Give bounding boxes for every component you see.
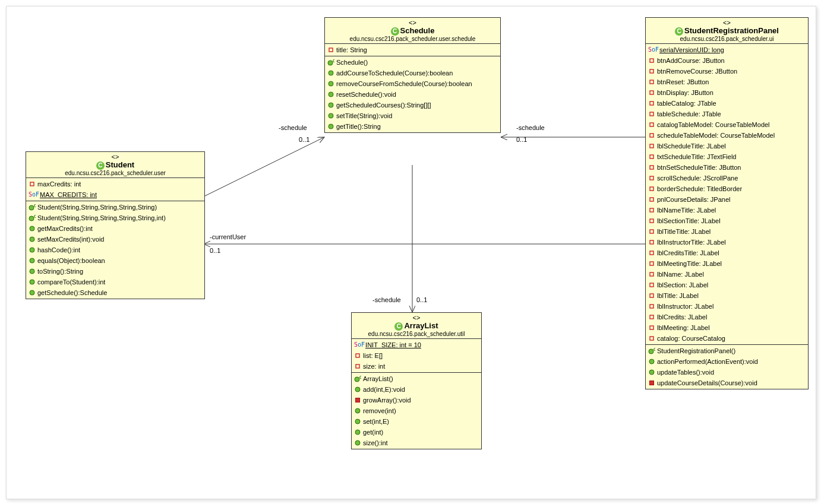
svg-rect-40 xyxy=(650,112,653,116)
stereotype: <> xyxy=(327,19,498,26)
method-row: toString():String xyxy=(26,266,204,277)
svg-rect-13 xyxy=(30,182,34,186)
member-text: removeCourseFromSchedule(Course):boolean xyxy=(336,79,472,88)
field-row: lblCredits: JLabel xyxy=(646,312,808,322)
member-text: updateCourseDetails(Course):void xyxy=(657,378,757,388)
diagram-canvas: -schedule 0..1 -schedule 0..1 -schedule … xyxy=(6,6,816,499)
private-field-icon xyxy=(648,142,655,150)
methods-section: CStudent(String,String,String,String,Str… xyxy=(26,201,204,299)
member-text: txtScheduleTitle: JTextField xyxy=(657,152,736,161)
member-text: lblSectionTitle: JLabel xyxy=(657,216,721,226)
member-text: getScheduledCourses():String[][] xyxy=(336,100,431,110)
field-row: lblName: JLabel xyxy=(646,269,808,280)
private-field-icon xyxy=(648,260,655,267)
field-row: btnAddCourse: JButton xyxy=(646,55,808,66)
static-final-icon: SoF xyxy=(354,340,365,350)
constructor-icon: C xyxy=(354,375,361,382)
svg-point-16 xyxy=(29,216,34,221)
public-method-icon xyxy=(354,439,361,446)
method-row: add(int,E):void xyxy=(352,384,481,395)
private-field-icon xyxy=(648,271,655,278)
member-text: list: E[] xyxy=(363,351,383,360)
svg-rect-43 xyxy=(650,144,653,148)
field-row: lblScheduleTitle: JLabel xyxy=(646,141,808,151)
fields-section: SoFINIT_SIZE: int = 10list: E[]size: int xyxy=(352,339,481,373)
svg-point-18 xyxy=(30,226,34,231)
member-text: set(int,E) xyxy=(363,417,389,426)
field-row: txtScheduleTitle: JTextField xyxy=(646,151,808,162)
public-method-icon xyxy=(354,429,361,436)
stereotype: <> xyxy=(354,314,479,321)
field-row: catalogTableModel: CourseTableModel xyxy=(646,119,808,130)
svg-point-19 xyxy=(30,237,34,242)
member-text: btnRemoveCourse: JButton xyxy=(657,66,737,76)
field-row: lblInstructor: JLabel xyxy=(646,301,808,312)
class-name: CSchedule xyxy=(327,26,498,36)
private-field-icon xyxy=(648,89,655,96)
member-text: Student(String,String,String,String,Stri… xyxy=(37,213,166,223)
field-row: btnRemoveCourse: JButton xyxy=(646,66,808,77)
field-row: scheduleTableModel: CourseTableModel xyxy=(646,130,808,141)
svg-rect-59 xyxy=(650,315,653,319)
private-field-icon xyxy=(648,185,655,192)
svg-rect-44 xyxy=(650,155,653,159)
member-text: btnSetScheduleTitle: JButton xyxy=(657,163,741,172)
field-row: catalog: CourseCatalog xyxy=(646,333,808,344)
svg-rect-61 xyxy=(650,337,653,340)
static-final-icon: SoF xyxy=(29,190,39,199)
svg-text:C: C xyxy=(359,375,361,379)
member-text: btnReset: JButton xyxy=(657,77,709,87)
field-row: lblNameTitle: JLabel xyxy=(646,205,808,215)
field-row: title: String xyxy=(325,45,500,55)
member-text: size: int xyxy=(363,362,385,371)
svg-rect-58 xyxy=(650,305,653,308)
svg-point-34 xyxy=(355,440,360,445)
class-student[interactable]: <>CStudentedu.ncsu.csc216.pack_scheduler… xyxy=(26,151,205,299)
field-row: btnReset: JButton xyxy=(646,77,808,87)
svg-rect-56 xyxy=(650,283,653,287)
fields-section: maxCredits: intSoFMAX_CREDITS: int xyxy=(26,178,204,201)
class-schedule[interactable]: <>CScheduleedu.ncsu.csc216.pack_schedule… xyxy=(324,17,501,133)
field-row: lblSectionTitle: JLabel xyxy=(646,215,808,226)
svg-point-27 xyxy=(355,377,359,382)
member-text: getMaxCredits():int xyxy=(37,224,93,233)
method-row: growArray():void xyxy=(352,395,481,405)
member-text: getSchedule():Schedule xyxy=(37,288,107,297)
field-row: maxCredits: int xyxy=(26,179,204,189)
svg-rect-26 xyxy=(356,364,359,368)
member-text: tableCatalog: JTable xyxy=(657,99,716,108)
private-field-icon xyxy=(648,57,655,64)
svg-rect-50 xyxy=(650,219,653,223)
svg-point-11 xyxy=(329,113,333,118)
class-arraylist[interactable]: <>CArrayListedu.ncsu.csc216.pack_schedul… xyxy=(351,312,482,449)
svg-rect-66 xyxy=(650,381,654,385)
rel-mult: 0..1 xyxy=(516,136,527,143)
method-row: equals(Object):boolean xyxy=(26,255,204,266)
svg-rect-54 xyxy=(650,262,653,265)
class-registration-panel[interactable]: <>CStudentRegistrationPaneledu.ncsu.csc2… xyxy=(645,17,809,389)
rel-label: -currentUser xyxy=(210,233,246,240)
method-row: CStudent(String,String,String,String,Str… xyxy=(26,202,204,213)
svg-point-8 xyxy=(329,81,333,86)
member-text: lblMeeting: JLabel xyxy=(657,323,710,332)
methods-section: CSchedule()addCourseToSchedule(Course):b… xyxy=(325,56,500,132)
private-field-icon xyxy=(648,110,655,118)
svg-rect-35 xyxy=(650,59,653,62)
field-row: lblCreditsTitle: JLabel xyxy=(646,248,808,258)
public-method-icon xyxy=(648,358,655,365)
svg-point-22 xyxy=(30,269,34,274)
public-method-icon xyxy=(29,257,36,264)
member-text: lblCreditsTitle: JLabel xyxy=(657,248,719,258)
svg-rect-42 xyxy=(650,134,653,137)
field-row: scrollSchedule: JScrollPane xyxy=(646,173,808,183)
rel-label: -schedule xyxy=(279,124,307,131)
member-text: actionPerformed(ActionEvent):void xyxy=(657,357,758,366)
member-text: btnDisplay: JButton xyxy=(657,88,713,97)
member-text: INIT_SIZE: int = 10 xyxy=(365,340,421,350)
fields-section: SoFserialVersionUID: longbtnAddCourse: J… xyxy=(646,44,808,345)
svg-point-65 xyxy=(649,370,654,375)
svg-point-7 xyxy=(329,71,333,75)
public-method-icon xyxy=(327,80,334,87)
public-method-icon xyxy=(327,91,334,98)
member-text: maxCredits: int xyxy=(37,179,81,189)
